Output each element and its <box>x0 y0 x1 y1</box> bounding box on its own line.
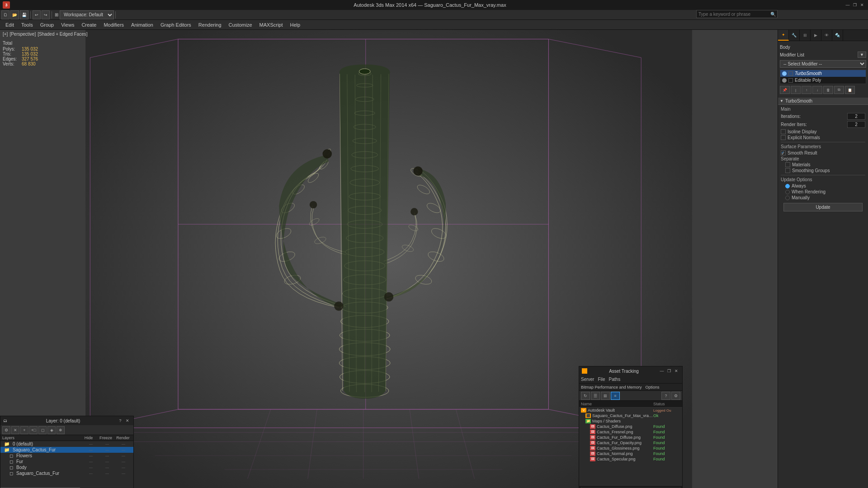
editablepoly-bulb-icon[interactable] <box>782 78 787 83</box>
isoline-display-row[interactable]: Isoline Display <box>781 129 865 134</box>
mod-pin-button[interactable]: 📌 <box>780 86 790 94</box>
mod-delete-button[interactable]: 🗑 <box>823 86 833 94</box>
vp-shading[interactable]: [Shaded + Edged Faces] <box>38 32 87 37</box>
mod-up-button[interactable]: ↑ <box>802 86 811 94</box>
layer-row[interactable]: ◻ Body — — — <box>0 465 133 470</box>
layer-row[interactable]: ◻ Flowers — — — <box>0 453 133 459</box>
iterations-input[interactable] <box>847 113 865 120</box>
update-button[interactable]: Update <box>783 203 863 211</box>
asset-row[interactable]: 🖼 Cactus_Fur_Diffuse.png Found <box>579 435 682 440</box>
layers-delete-button[interactable]: ✕ <box>11 426 19 434</box>
menu-modifiers[interactable]: Modifiers <box>100 21 127 28</box>
asset-grid-button[interactable]: ⊞ <box>601 392 610 400</box>
rpanel-tab-utilities[interactable]: 🔩 <box>832 30 843 41</box>
rpanel-tab-motion[interactable]: ▶ <box>811 30 821 41</box>
explicit-normals-checkbox[interactable] <box>781 135 786 140</box>
save-button[interactable]: 💾 <box>20 10 28 19</box>
modifier-list-dropdown[interactable]: ▼ <box>858 52 866 58</box>
menu-rendering[interactable]: Rendering <box>195 21 225 28</box>
rpanel-tab-hierarchy[interactable]: ⊞ <box>800 30 811 41</box>
asset-row[interactable]: 📁 Maps / Shaders <box>579 418 682 424</box>
always-radio[interactable]: Always <box>785 183 865 188</box>
layers-freeze-button[interactable]: ❄ <box>57 426 65 434</box>
menu-views[interactable]: Views <box>57 21 78 28</box>
asset-restore-button[interactable]: ❐ <box>666 368 672 374</box>
layer-row[interactable]: 📁 0 (default) — — — <box>0 441 133 447</box>
menu-tools[interactable]: Tools <box>18 21 37 28</box>
manually-radio[interactable]: Manually <box>785 195 865 200</box>
explicit-normals-row[interactable]: Explicit Normals <box>781 135 865 140</box>
smoothing-groups-checkbox[interactable] <box>785 168 790 173</box>
mod-paste-button[interactable]: 📋 <box>845 86 855 94</box>
asset-row[interactable]: V Autodesk Vault Logged Ou <box>579 408 682 413</box>
asset-row[interactable]: 🖼 Cactus_Specular.png Found <box>579 456 682 462</box>
asset-menu-server[interactable]: Server <box>581 377 594 382</box>
smooth-result-row[interactable]: ✓ Smooth Result <box>781 150 865 155</box>
modifier-item-editable-poly[interactable]: Editable Poly <box>780 77 866 84</box>
undo-button[interactable]: ↩ <box>33 10 41 19</box>
menu-maxscript[interactable]: MAXScript <box>256 21 287 28</box>
layers-settings-button[interactable]: ⚙ <box>2 426 10 434</box>
layers-add-selected-button[interactable]: +□ <box>29 426 38 434</box>
turbosmooth-enable-checkbox[interactable] <box>788 71 793 76</box>
mod-divider-button[interactable]: | <box>791 86 801 94</box>
asset-close-button[interactable]: ✕ <box>673 368 679 374</box>
vp-plus[interactable]: [+] <box>3 32 8 37</box>
turbosmooth-bulb-icon[interactable] <box>782 71 787 76</box>
menu-help[interactable]: Help <box>287 21 304 28</box>
close-button[interactable]: ✕ <box>859 2 865 8</box>
asset-minimize-button[interactable]: — <box>659 368 665 374</box>
asset-bitmap-perf[interactable]: Bitmap Performance and Memory <box>581 385 642 389</box>
open-button[interactable]: 📂 <box>10 10 19 19</box>
rpanel-tab-display[interactable]: 👁 <box>821 30 832 41</box>
rpanel-tab-modify[interactable]: 🔧 <box>789 30 800 41</box>
layers-help-button[interactable]: ? <box>117 418 123 424</box>
search-icon[interactable]: 🔍 <box>769 12 777 17</box>
modifier-dropdown[interactable]: -- Select Modifier -- <box>780 60 866 68</box>
menu-group[interactable]: Group <box>37 21 58 28</box>
asset-menu-file[interactable]: File <box>598 377 605 382</box>
asset-settings-button[interactable]: ⚙ <box>671 392 680 400</box>
when-rendering-radio[interactable]: When Rendering <box>785 189 865 194</box>
layers-scroll-area[interactable]: 📁 0 (default) — — — 📁 Saguaro_Cactus_Fur… <box>0 441 133 487</box>
layer-row[interactable]: ◻ Fur — — — <box>0 459 133 465</box>
asset-list-button[interactable]: ☰ <box>591 392 600 400</box>
modifier-item-turbosmooth[interactable]: TurboSmooth <box>780 70 866 77</box>
layers-select-button[interactable]: ◻ <box>38 426 47 434</box>
editablepoly-enable-checkbox[interactable] <box>788 78 793 83</box>
layers-add-button[interactable]: + <box>20 426 28 434</box>
layer-row[interactable]: 📁 Saguaro_Cactus_Fur — — — <box>0 447 133 453</box>
menu-animation[interactable]: Animation <box>127 21 157 28</box>
restore-button[interactable]: ❐ <box>852 2 858 8</box>
mod-down-button[interactable]: ↓ <box>812 86 822 94</box>
turbosmooth-section-header[interactable]: ▼ TurboSmooth <box>778 98 868 105</box>
asset-row[interactable]: ⬛ Saguaro_Cactus_Fur_Max_vray.max Ok <box>579 413 682 418</box>
layers-highlight-button[interactable]: ◈ <box>47 426 56 434</box>
layers-close-button[interactable]: ✕ <box>124 418 131 424</box>
menu-customize[interactable]: Customize <box>225 21 256 28</box>
minimize-button[interactable]: — <box>844 2 851 8</box>
materials-row[interactable]: Materials <box>781 162 865 167</box>
menu-graph-editors[interactable]: Graph Editors <box>157 21 195 28</box>
search-input[interactable] <box>697 12 769 17</box>
layer-row[interactable]: ◻ Saguaro_Cactus_Fur — — — <box>0 470 133 476</box>
asset-scroll-area[interactable]: V Autodesk Vault Logged Ou ⬛ Saguaro_Cac… <box>579 408 682 485</box>
viewport[interactable]: [+] [Perspective] [Shaded + Edged Faces]… <box>0 30 778 488</box>
materials-checkbox[interactable] <box>785 162 790 167</box>
new-button[interactable]: 🗋 <box>1 10 9 19</box>
workspace-dropdown[interactable]: Workspace: Default <box>60 10 114 19</box>
asset-row[interactable]: 🖼 Cactus_Diffuse.png Found <box>579 424 682 429</box>
asset-detail-button[interactable]: ≡ <box>611 392 620 400</box>
menu-create[interactable]: Create <box>78 21 100 28</box>
asset-row[interactable]: 🖼 Cactus_Fresnel.png Found <box>579 429 682 435</box>
asset-row[interactable]: 🖼 Cactus_Fur_Opacity.png Found <box>579 440 682 446</box>
asset-menu-paths[interactable]: Paths <box>609 377 621 382</box>
smooth-result-checkbox[interactable]: ✓ <box>781 150 786 155</box>
mod-copy-button[interactable]: ⧉ <box>834 86 844 94</box>
smoothing-groups-row[interactable]: Smoothing Groups <box>781 168 865 173</box>
asset-help-button[interactable]: ? <box>661 392 670 400</box>
asset-refresh-button[interactable]: ↻ <box>581 392 590 400</box>
isoline-checkbox[interactable] <box>781 129 786 134</box>
render-iters-input[interactable] <box>847 121 865 128</box>
vp-perspective[interactable]: [Perspective] <box>9 32 36 37</box>
